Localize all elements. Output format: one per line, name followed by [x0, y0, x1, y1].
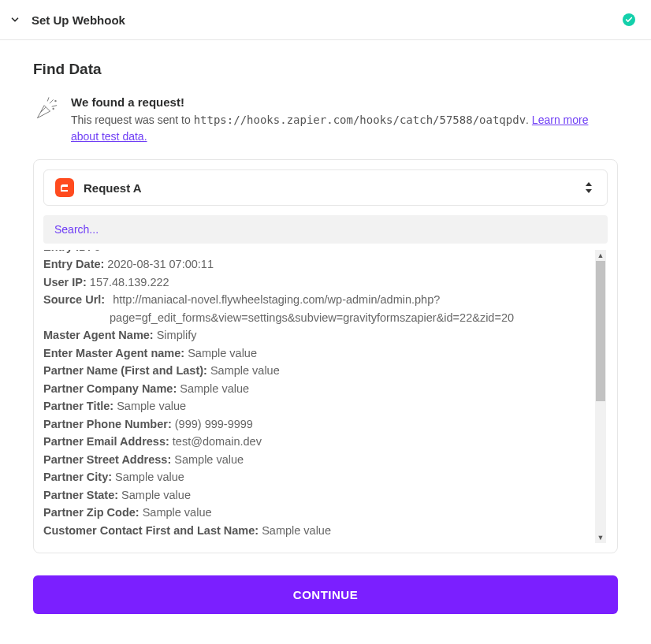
data-key: Partner Phone Number:	[43, 415, 172, 433]
data-value: 2020-08-31 07:00:11	[107, 255, 214, 273]
data-row: Master Agent Name:Simplify	[43, 326, 593, 344]
scroll-thumb[interactable]	[596, 261, 605, 401]
svg-marker-4	[586, 189, 592, 193]
data-value: Sample value	[210, 362, 280, 379]
data-key: Partner Name (First and Last):	[43, 362, 207, 379]
data-value: Sample value	[117, 397, 186, 415]
data-value: Sample value	[115, 468, 184, 486]
found-url: https://hooks.zapier.com/hooks/catch/575…	[194, 114, 526, 126]
data-value: Sample value	[143, 504, 212, 521]
data-row: Partner Title:Sample value	[43, 397, 593, 415]
data-value: http://maniacal-novel.flywheelstaging.co…	[113, 293, 440, 306]
data-key: Partner City:	[43, 468, 112, 486]
search-input[interactable]	[43, 215, 608, 244]
continue-button[interactable]: Continue	[33, 575, 618, 614]
data-row: Entry ID:0	[43, 250, 593, 255]
data-key: Customer Contact First and Last Name:	[43, 522, 259, 539]
svg-point-1	[53, 108, 54, 109]
section-title: Set Up Webhook	[32, 13, 125, 27]
data-row: Partner City:Sample value	[43, 468, 593, 486]
data-row: User IP:157.48.139.222	[43, 274, 593, 291]
data-key: Master Agent Name:	[43, 326, 154, 344]
search-box	[43, 215, 608, 244]
data-value: Sample value	[174, 451, 244, 468]
data-row: Partner Phone Number:(999) 999-9999	[43, 415, 593, 433]
data-value: Simplify	[157, 326, 197, 344]
svg-marker-3	[586, 182, 592, 186]
data-value: Sample value	[188, 344, 257, 362]
scrollbar[interactable]: ▲ ▼	[595, 250, 606, 543]
step-title: Find Data	[33, 61, 618, 78]
status-complete-icon	[623, 13, 635, 26]
data-key: Partner State:	[43, 486, 118, 504]
data-key: Source Url:	[43, 293, 105, 306]
request-select[interactable]: Request A	[43, 169, 608, 206]
found-prefix: This request was sent to	[71, 114, 194, 126]
chevron-down-icon	[8, 13, 22, 27]
data-key: Partner Company Name:	[43, 380, 177, 397]
data-row: Partner Zip Code:Sample value	[43, 504, 593, 521]
data-row: Customer Contact First and Last Name:Sam…	[43, 522, 593, 539]
data-key: Partner Email Address:	[43, 433, 169, 450]
section-header[interactable]: Set Up Webhook	[0, 0, 651, 40]
found-heading: We found a request!	[71, 95, 618, 109]
data-value: Sample value	[262, 522, 331, 539]
data-row: Entry Date:2020-08-31 07:00:11	[43, 255, 593, 273]
data-row: Partner Name (First and Last):Sample val…	[43, 362, 593, 379]
data-list: Entry ID:0Entry Date:2020-08-31 07:00:11…	[43, 250, 608, 543]
data-row: Partner State:Sample value	[43, 486, 593, 504]
data-row: Source Url: http://maniacal-novel.flywhe…	[43, 291, 593, 326]
data-value: page=gf_edit_forms&view=settings&subview…	[43, 309, 593, 326]
data-row: Partner Street Address:Sample value	[43, 451, 593, 468]
data-row: Partner Email Address:test@domain.dev	[43, 433, 593, 450]
data-key: User IP:	[43, 274, 87, 291]
scroll-down-button[interactable]: ▼	[595, 532, 606, 543]
data-key: Enter Master Agent name:	[43, 344, 184, 362]
request-label: Request A	[84, 181, 142, 195]
found-subtext: This request was sent to https://hooks.z…	[71, 112, 618, 145]
data-value: (999) 999-9999	[175, 415, 253, 433]
data-value: test@domain.dev	[173, 433, 262, 450]
sort-icon	[585, 182, 596, 193]
gravity-forms-icon	[55, 178, 74, 197]
data-row: Partner Company Name:Sample value	[43, 380, 593, 397]
step-content: Find Data We found a request! This reque…	[0, 40, 651, 644]
data-key: Partner Street Address:	[43, 451, 171, 468]
request-panel: Request A Entry ID:0Entry Date:2020-08-3…	[33, 159, 618, 553]
data-value: Sample value	[180, 380, 249, 397]
scroll-up-button[interactable]: ▲	[595, 250, 606, 261]
data-key: Entry ID:	[43, 250, 91, 255]
data-key: Entry Date:	[43, 255, 104, 273]
data-row: Enter Master Agent name:Sample value	[43, 344, 593, 362]
svg-marker-2	[58, 180, 72, 195]
data-value: 0	[94, 250, 100, 255]
data-value: Sample value	[121, 486, 191, 504]
data-key: Partner Title:	[43, 397, 113, 415]
data-value: 157.48.139.222	[90, 274, 169, 291]
data-key: Partner Zip Code:	[43, 504, 140, 521]
celebration-icon	[33, 95, 60, 122]
svg-point-0	[55, 100, 56, 101]
found-suffix: .	[526, 114, 532, 126]
